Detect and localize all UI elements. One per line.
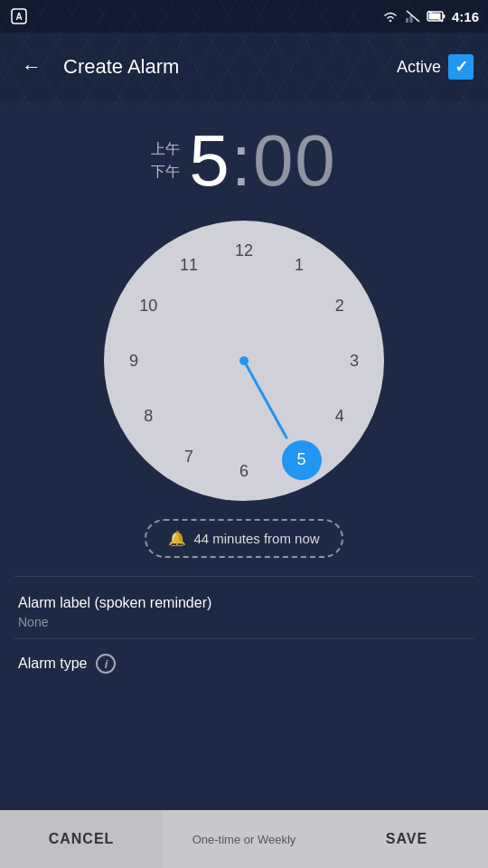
am-pm-group: 上午 下午 bbox=[151, 140, 180, 182]
hours-display[interactable]: 5 bbox=[189, 120, 231, 201]
page-title: Create Alarm bbox=[63, 55, 397, 79]
selected-hour-dot[interactable]: 5 bbox=[282, 440, 322, 480]
colon-display: : bbox=[231, 120, 253, 201]
alarm-label-title: Alarm label (spoken reminder) bbox=[18, 595, 470, 611]
info-icon[interactable]: i bbox=[96, 654, 116, 674]
alarm-type-label: Alarm type bbox=[18, 656, 87, 672]
repeat-type-button[interactable]: One-time or Weekly bbox=[163, 810, 325, 868]
hour-hand bbox=[244, 361, 286, 438]
alarm-label-value: None bbox=[18, 615, 470, 629]
time-display[interactable]: 5:00 bbox=[189, 119, 337, 203]
alarm-label-section[interactable]: Alarm label (spoken reminder) None bbox=[0, 577, 488, 638]
clock-container: 121234567891011 5 bbox=[0, 221, 488, 501]
selected-hour-label: 5 bbox=[296, 450, 305, 469]
bell-icon: 🔔 bbox=[168, 530, 186, 547]
bottom-bar: CANCEL One-time or Weekly SAVE bbox=[0, 810, 488, 868]
clock-hand-svg bbox=[104, 221, 384, 501]
toolbar: ← Create Alarm Active bbox=[0, 33, 488, 101]
pm-label[interactable]: 下午 bbox=[151, 163, 180, 182]
minutes-display[interactable]: 00 bbox=[253, 120, 337, 201]
active-checkbox[interactable] bbox=[448, 54, 474, 80]
alarm-time-text: 44 minutes from now bbox=[193, 531, 319, 546]
time-section: 上午 下午 5:00 bbox=[0, 101, 488, 212]
save-button[interactable]: SAVE bbox=[325, 810, 488, 868]
cancel-button[interactable]: CANCEL bbox=[0, 810, 163, 868]
am-label[interactable]: 上午 bbox=[151, 140, 180, 159]
back-button[interactable]: ← bbox=[14, 48, 49, 86]
main-content: 上午 下午 5:00 121234567891011 5 bbox=[0, 101, 488, 868]
alarm-badge: 🔔 44 minutes from now bbox=[0, 519, 488, 558]
active-toggle[interactable]: Active bbox=[397, 54, 474, 80]
active-label: Active bbox=[397, 58, 441, 77]
alarm-type-section[interactable]: Alarm type i bbox=[0, 639, 488, 688]
center-dot bbox=[239, 356, 249, 365]
alarm-badge-inner: 🔔 44 minutes from now bbox=[145, 519, 343, 558]
clock-face[interactable]: 121234567891011 5 bbox=[104, 221, 384, 501]
